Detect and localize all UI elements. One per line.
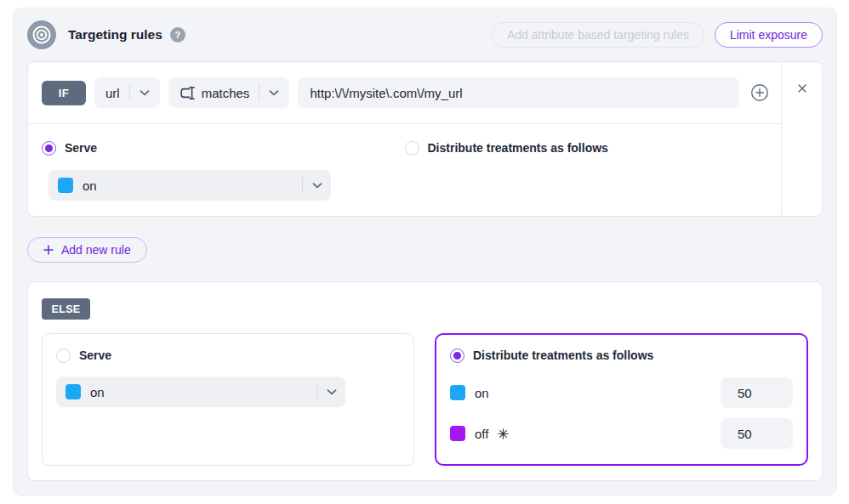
else-options-row: Serve on Distribute treatments as follow… — [42, 333, 808, 466]
else-distribute-radio[interactable] — [450, 348, 464, 363]
treatment-row-on: on — [450, 377, 793, 408]
else-distribute-label: Distribute treatments as follows — [473, 348, 653, 362]
if-badge: IF — [42, 81, 86, 105]
page-title: Targeting rules — [68, 27, 162, 42]
distribute-radio[interactable] — [405, 141, 419, 156]
dropdown-divider — [259, 84, 259, 101]
plus-icon — [43, 245, 54, 255]
add-attribute-rules-button[interactable]: Add attribute based targeting rules — [492, 22, 704, 48]
treatment-swatch — [450, 426, 465, 441]
else-badge: ELSE — [42, 298, 90, 320]
chevron-down-icon — [312, 183, 322, 189]
close-icon — [797, 83, 807, 93]
else-distribute-option[interactable]: Distribute treatments as follows — [450, 348, 793, 363]
add-new-rule-label: Add new rule — [61, 243, 131, 257]
treatment-swatch — [66, 384, 81, 399]
plus-circle-icon — [750, 83, 769, 102]
add-new-rule-button[interactable]: Add new rule — [27, 237, 147, 263]
serve-label: Serve — [65, 141, 97, 155]
help-icon[interactable]: ? — [170, 27, 185, 42]
dropdown-divider — [316, 383, 317, 400]
add-condition-button[interactable] — [750, 83, 769, 102]
matcher-select-value: matches — [202, 86, 250, 100]
treatment-name: off — [475, 427, 488, 441]
else-serve-label: Serve — [79, 348, 111, 362]
else-rule-card: ELSE Serve on — [27, 281, 823, 481]
chevron-down-icon — [327, 389, 337, 395]
else-serve-radio[interactable] — [56, 348, 71, 363]
treatment-swatch — [450, 385, 465, 400]
treatment-percent-input[interactable] — [721, 377, 793, 408]
serve-option-group: Serve on — [42, 140, 405, 201]
serve-option[interactable]: Serve — [42, 140, 405, 156]
match-value-input[interactable] — [298, 77, 739, 108]
attribute-select-value: url — [105, 86, 120, 100]
distribute-option-group: Distribute treatments as follows — [405, 140, 768, 201]
target-icon — [27, 20, 56, 49]
else-treatment-select[interactable]: on — [56, 377, 345, 407]
else-serve-box: Serve on — [42, 333, 414, 466]
dropdown-divider — [129, 84, 130, 101]
limit-exposure-button[interactable]: Limit exposure — [715, 22, 823, 48]
chevron-down-icon — [269, 90, 279, 96]
delete-rule-button[interactable] — [794, 80, 811, 97]
if-treatment-select[interactable]: on — [48, 170, 331, 201]
treatment-percent-input[interactable] — [721, 418, 793, 449]
else-serve-option[interactable]: Serve — [56, 348, 400, 363]
serve-radio[interactable] — [42, 141, 56, 156]
treatment-row-off: off — [450, 418, 793, 449]
attribute-select[interactable]: url — [94, 77, 160, 108]
if-serve-section: Serve on Distribute t — [28, 124, 781, 216]
panel-header: Targeting rules ? Add attribute based ta… — [27, 20, 823, 49]
condition-row: IF url matches — [28, 62, 781, 124]
else-distribute-box: Distribute treatments as follows on off — [435, 333, 808, 466]
targeting-rules-panel: Targeting rules ? Add attribute based ta… — [13, 8, 837, 496]
string-matcher-icon — [179, 87, 196, 99]
dropdown-divider — [302, 177, 303, 194]
if-treatment-value: on — [83, 178, 97, 193]
default-treatment-asterisk-icon — [498, 428, 509, 439]
distribute-option[interactable]: Distribute treatments as follows — [405, 140, 768, 156]
treatment-name: on — [475, 386, 489, 400]
chevron-down-icon — [140, 90, 150, 96]
if-rule-side-rail — [781, 62, 822, 216]
if-rule-card: IF url matches — [27, 61, 823, 217]
distribute-label: Distribute treatments as follows — [428, 141, 608, 155]
else-treatment-value: on — [90, 385, 105, 399]
treatment-swatch — [58, 178, 73, 193]
if-rule-main: IF url matches — [28, 62, 781, 216]
matcher-select[interactable]: matches — [168, 77, 290, 108]
